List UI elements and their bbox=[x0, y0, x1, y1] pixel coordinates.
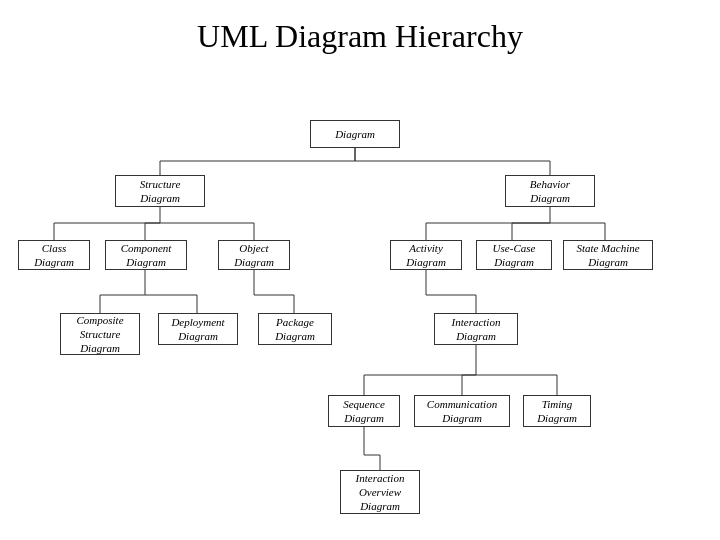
node-activity: ActivityDiagram bbox=[390, 240, 462, 270]
node-communication: CommunicationDiagram bbox=[414, 395, 510, 427]
node-behavior: BehaviorDiagram bbox=[505, 175, 595, 207]
node-statemachine: State MachineDiagram bbox=[563, 240, 653, 270]
node-composite: CompositeStructureDiagram bbox=[60, 313, 140, 355]
page-title: UML Diagram Hierarchy bbox=[0, 0, 720, 65]
node-interaction-overview: InteractionOverviewDiagram bbox=[340, 470, 420, 514]
node-usecase: Use-CaseDiagram bbox=[476, 240, 552, 270]
node-component: ComponentDiagram bbox=[105, 240, 187, 270]
node-sequence: SequenceDiagram bbox=[328, 395, 400, 427]
node-diagram: Diagram bbox=[310, 120, 400, 148]
node-object: ObjectDiagram bbox=[218, 240, 290, 270]
node-timing: TimingDiagram bbox=[523, 395, 591, 427]
node-class: ClassDiagram bbox=[18, 240, 90, 270]
node-package: PackageDiagram bbox=[258, 313, 332, 345]
node-interaction: InteractionDiagram bbox=[434, 313, 518, 345]
diagram-area: Diagram StructureDiagram BehaviorDiagram… bbox=[0, 65, 720, 540]
node-deployment: DeploymentDiagram bbox=[158, 313, 238, 345]
node-structure: StructureDiagram bbox=[115, 175, 205, 207]
